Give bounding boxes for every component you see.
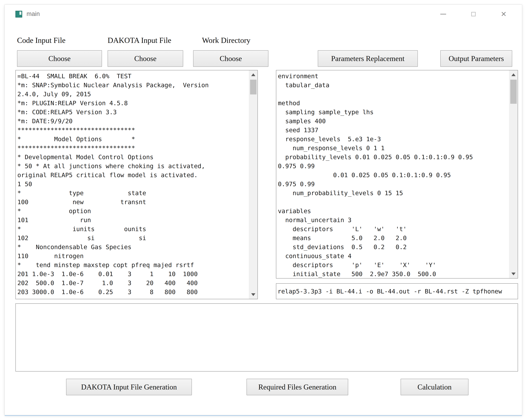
scroll-down-button[interactable] <box>509 270 518 278</box>
code-input-textarea[interactable]: =BL-44 SMALL BREAK 6.0% TEST *m: SNAP:Sy… <box>15 70 258 299</box>
parameters-replacement-button[interactable]: Parameters Replacement <box>318 50 418 67</box>
arrow-down-icon <box>511 273 516 275</box>
arrow-up-icon <box>251 74 255 76</box>
label-code-input-file: Code Input File <box>17 36 66 45</box>
maximize-icon <box>471 12 476 16</box>
minimize-button[interactable] <box>437 9 450 20</box>
arrow-up-icon <box>511 74 516 76</box>
choose-code-input-button[interactable]: Choose <box>17 50 102 67</box>
close-button[interactable]: ✕ <box>497 9 510 20</box>
dakota-input-file-generation-button[interactable]: DAKOTA Input File Generation <box>66 379 192 395</box>
dakota-panel-scrollbar[interactable] <box>509 70 518 278</box>
app-icon <box>15 11 22 18</box>
window-bottom-accent <box>5 415 522 416</box>
scroll-up-button[interactable] <box>249 70 257 79</box>
arrow-down-icon <box>251 293 255 296</box>
run-command-input[interactable] <box>276 283 518 299</box>
dakota-input-text: environment tabular_data method sampling… <box>276 70 509 278</box>
label-work-directory: Work Directory <box>202 36 250 45</box>
window-controls: ✕ <box>437 5 510 23</box>
app-icon-detail <box>20 11 22 15</box>
required-files-generation-button[interactable]: Required Files Generation <box>247 379 348 395</box>
dakota-input-textarea[interactable]: environment tabular_data method sampling… <box>276 70 518 279</box>
output-log-textarea[interactable] <box>15 303 518 371</box>
main-window: main ✕ Code Input File DAKOTA Input File… <box>4 4 522 415</box>
calculation-button[interactable]: Calculation <box>401 379 469 395</box>
scroll-thumb[interactable] <box>510 80 517 104</box>
output-parameters-button[interactable]: Output Parameters <box>440 50 512 67</box>
minimize-icon <box>440 14 446 14</box>
code-input-text: =BL-44 SMALL BREAK 6.0% TEST *m: SNAP:Sy… <box>16 70 249 296</box>
choose-work-directory-button[interactable]: Choose <box>193 50 268 67</box>
window-title: main <box>27 10 40 17</box>
scroll-thumb[interactable] <box>250 80 256 94</box>
choose-dakota-input-button[interactable]: Choose <box>108 50 183 67</box>
code-input-content: =BL-44 SMALL BREAK 6.0% TEST *m: SNAP:Sy… <box>16 70 249 299</box>
output-log-text <box>16 304 518 305</box>
title-bar: main ✕ <box>5 5 522 23</box>
maximize-button[interactable] <box>467 9 480 20</box>
code-panel-scrollbar[interactable] <box>249 70 257 299</box>
dakota-input-content: environment tabular_data method sampling… <box>276 70 509 278</box>
scroll-down-button[interactable] <box>249 290 257 299</box>
label-dakota-input-file: DAKOTA Input File <box>108 36 171 45</box>
close-icon: ✕ <box>501 10 507 18</box>
scroll-up-button[interactable] <box>509 70 518 79</box>
